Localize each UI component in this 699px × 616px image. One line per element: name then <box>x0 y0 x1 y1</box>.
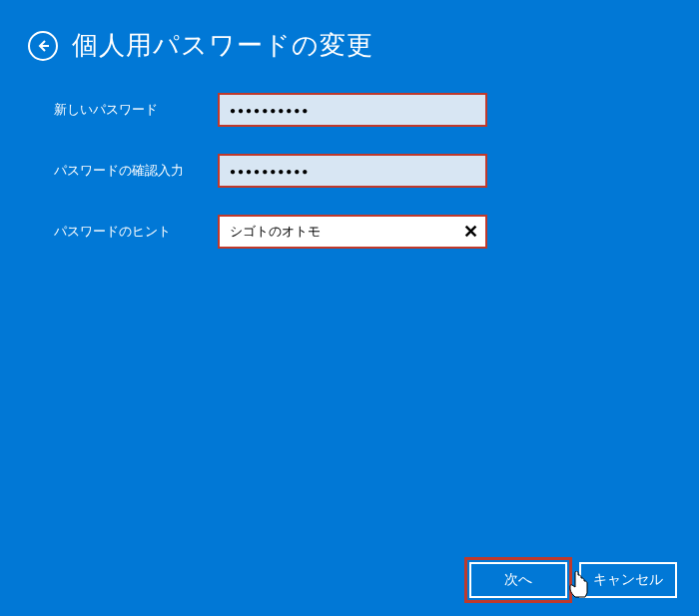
clear-hint-button[interactable]: ✕ <box>455 217 485 247</box>
hint-input[interactable] <box>218 215 487 249</box>
confirm-password-label: パスワードの確認入力 <box>0 162 218 180</box>
back-button[interactable] <box>28 31 58 61</box>
confirm-password-input[interactable] <box>218 154 487 188</box>
password-form: 新しいパスワード パスワードの確認入力 パスワードのヒント ✕ <box>0 93 699 249</box>
new-password-input[interactable] <box>218 93 487 127</box>
next-button[interactable]: 次へ <box>469 562 567 598</box>
new-password-label: 新しいパスワード <box>0 101 218 119</box>
cancel-button[interactable]: キャンセル <box>579 562 677 598</box>
hint-label: パスワードのヒント <box>0 223 218 241</box>
close-icon: ✕ <box>463 221 478 243</box>
back-arrow-icon <box>35 38 51 54</box>
page-title: 個人用パスワードの変更 <box>72 28 373 63</box>
